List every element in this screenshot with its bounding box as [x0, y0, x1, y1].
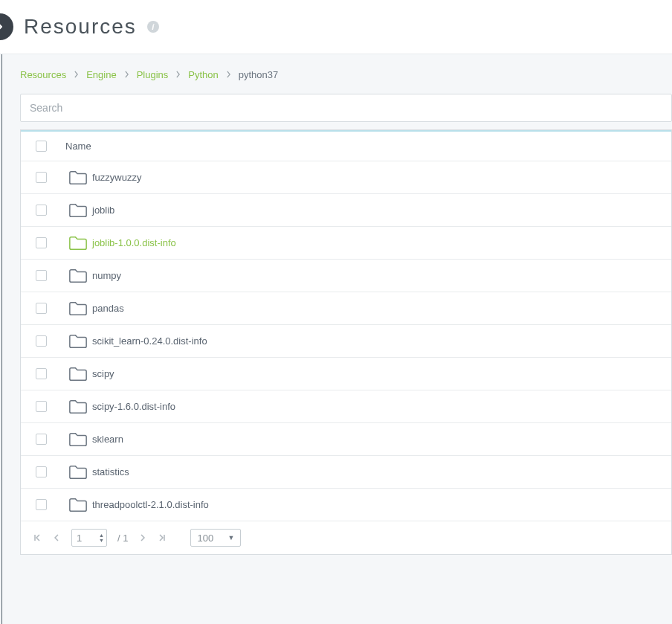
table-row[interactable]: fuzzywuzzy: [21, 161, 671, 194]
folder-icon: [64, 202, 92, 219]
search-input[interactable]: [20, 94, 672, 122]
dropdown-caret-icon: ▼: [228, 534, 235, 541]
page-size-select[interactable]: 100 ▼: [190, 529, 241, 547]
table-row[interactable]: scipy: [21, 358, 671, 390]
table-row[interactable]: joblib: [21, 194, 671, 227]
table-row[interactable]: numpy: [21, 260, 671, 292]
table-header-row: Name: [21, 130, 671, 161]
page-title: Resources: [24, 15, 137, 39]
row-name[interactable]: sklearn: [92, 434, 123, 445]
folder-icon: [64, 170, 92, 186]
info-icon[interactable]: i: [147, 21, 159, 33]
folder-icon: [64, 235, 92, 251]
folder-icon: [64, 333, 92, 350]
folder-icon: [64, 399, 92, 415]
table-row[interactable]: threadpoolctl-2.1.0.dist-info: [21, 489, 671, 521]
row-checkbox[interactable]: [36, 368, 47, 379]
table-row[interactable]: joblib-1.0.0.dist-info: [21, 227, 671, 260]
page-header: Resources i: [0, 0, 672, 54]
row-name[interactable]: fuzzywuzzy: [92, 172, 141, 183]
row-checkbox[interactable]: [36, 335, 47, 347]
folder-icon: [64, 300, 92, 317]
page-number-input[interactable]: 1 ▲▼: [71, 529, 107, 547]
next-page-button[interactable]: [138, 533, 147, 542]
table-row[interactable]: statistics: [21, 456, 671, 489]
row-name[interactable]: joblib-1.0.0.dist-info: [92, 237, 176, 248]
table-row[interactable]: pandas: [21, 292, 671, 325]
folder-icon: [64, 464, 92, 480]
row-name[interactable]: scipy: [92, 368, 114, 379]
breadcrumb-current: python37: [239, 69, 279, 80]
breadcrumb-link[interactable]: Engine: [86, 69, 116, 80]
pagination-bar: 1 ▲▼ / 1 100 ▼: [21, 521, 671, 554]
row-checkbox[interactable]: [36, 401, 47, 412]
chevron-right-icon: [175, 69, 181, 80]
table-row[interactable]: scikit_learn-0.24.0.dist-info: [21, 325, 671, 358]
page-number-value: 1: [77, 533, 82, 544]
table-row[interactable]: sklearn: [21, 423, 671, 456]
folder-icon: [64, 431, 92, 448]
row-name[interactable]: statistics: [92, 466, 129, 477]
row-checkbox[interactable]: [36, 172, 47, 183]
select-all-checkbox[interactable]: [36, 141, 47, 152]
breadcrumb-link[interactable]: Plugins: [137, 69, 169, 80]
row-checkbox[interactable]: [36, 434, 47, 445]
content-area: Resources Engine Plugins Python python37…: [1, 54, 672, 624]
column-header-name[interactable]: Name: [64, 141, 91, 152]
resource-table: Name fuzzywuzzyjoblibjoblib-1.0.0.dist-i…: [20, 129, 672, 555]
row-checkbox[interactable]: [36, 237, 47, 248]
breadcrumb-link[interactable]: Resources: [20, 69, 66, 80]
row-name[interactable]: pandas: [92, 303, 124, 314]
chevron-right-icon: [0, 22, 4, 31]
folder-icon: [64, 268, 92, 284]
chevron-right-icon: [74, 69, 79, 80]
row-name[interactable]: joblib: [92, 205, 114, 216]
chevron-right-icon: [226, 69, 231, 80]
row-name[interactable]: numpy: [92, 270, 121, 281]
page-spinner[interactable]: ▲▼: [99, 533, 104, 543]
page-size-value: 100: [197, 533, 213, 544]
first-page-button[interactable]: [33, 533, 42, 542]
folder-icon: [64, 497, 92, 513]
breadcrumb-link[interactable]: Python: [188, 69, 218, 80]
row-name[interactable]: threadpoolctl-2.1.0.dist-info: [92, 499, 209, 510]
row-checkbox[interactable]: [36, 303, 47, 314]
row-name[interactable]: scikit_learn-0.24.0.dist-info: [92, 335, 207, 347]
row-checkbox[interactable]: [36, 270, 47, 281]
chevron-right-icon: [124, 69, 129, 80]
table-row[interactable]: scipy-1.6.0.dist-info: [21, 390, 671, 423]
breadcrumb: Resources Engine Plugins Python python37: [20, 69, 672, 80]
folder-icon: [64, 366, 92, 382]
row-name[interactable]: scipy-1.6.0.dist-info: [92, 401, 175, 412]
row-checkbox[interactable]: [36, 499, 47, 510]
row-checkbox[interactable]: [36, 205, 47, 216]
prev-page-button[interactable]: [52, 533, 61, 542]
total-pages-label: / 1: [117, 533, 128, 544]
last-page-button[interactable]: [158, 533, 167, 542]
row-checkbox[interactable]: [36, 466, 47, 477]
